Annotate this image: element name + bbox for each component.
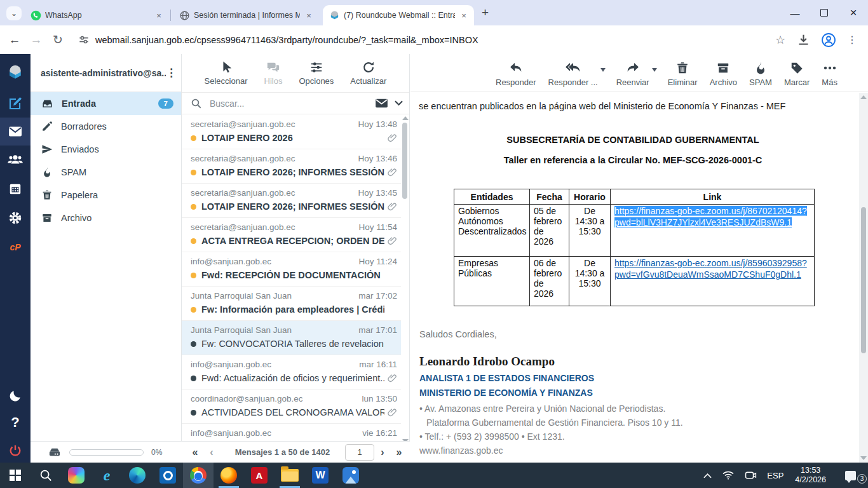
list-item[interactable]: secretaria@sanjuan.gob.ec Hoy 13:46 LOTA…: [182, 149, 401, 184]
logout-power-icon[interactable]: [0, 437, 31, 464]
scroll-up-icon[interactable]: [402, 116, 409, 120]
bookmark-star-icon[interactable]: ☆: [770, 29, 791, 51]
list-item[interactable]: secretaria@sanjuan.gob.ec Hoy 13:48 LOTA…: [182, 115, 401, 149]
list-item[interactable]: secretaria@sanjuan.gob.ec Hoy 13:45 LOTA…: [182, 184, 401, 218]
chrome-taskbar-icon[interactable]: [183, 463, 214, 488]
word-icon[interactable]: W: [305, 463, 336, 488]
tab-close-icon[interactable]: ×: [304, 10, 314, 20]
first-page-button[interactable]: «: [187, 447, 203, 458]
start-button[interactable]: [0, 463, 31, 488]
reply-all-dropdown-icon[interactable]: [600, 68, 606, 72]
language-indicator[interactable]: ESP: [762, 463, 789, 488]
new-tab-button[interactable]: +: [482, 6, 489, 20]
folder-label: Entrada: [62, 98, 158, 109]
folder-spam[interactable]: SPAM: [31, 161, 181, 184]
last-page-button[interactable]: »: [391, 447, 407, 458]
url-bar[interactable]: webmail.sanjuan.gob.ec/cpsess9964711463/…: [95, 35, 770, 45]
outlook-icon[interactable]: [153, 463, 183, 488]
notification-center-icon[interactable]: 3: [832, 463, 868, 488]
scroll-down-icon[interactable]: [860, 456, 867, 460]
list-item[interactable]: info@sanjuan.gob.ec mar 16:11 Fwd: Actua…: [182, 355, 401, 390]
message-date: Hoy 13:45: [358, 188, 397, 198]
more-button[interactable]: Más: [822, 60, 837, 87]
downloads-icon[interactable]: [797, 33, 810, 46]
edge-icon[interactable]: [122, 463, 153, 488]
back-button[interactable]: ←: [4, 29, 25, 51]
window-restore-button[interactable]: [810, 0, 839, 25]
firefox-icon[interactable]: [214, 463, 244, 488]
page-number-input[interactable]: [345, 444, 374, 461]
account-menu-icon[interactable]: ⋮: [166, 71, 175, 74]
clock[interactable]: 13:53 4/2/2026: [789, 466, 832, 485]
zoom-link-selected[interactable]: https://finanzas-gob-ec.zoom.us/j/867021…: [614, 206, 807, 227]
contacts-icon[interactable]: [0, 146, 31, 173]
compose-icon[interactable]: [0, 90, 31, 118]
forward-button[interactable]: →: [25, 29, 47, 51]
photos-icon[interactable]: [336, 463, 366, 488]
browser-menu-icon[interactable]: ⋮: [841, 29, 863, 51]
search-scope-mail-icon[interactable]: [375, 98, 388, 109]
list-item[interactable]: secretaria@sanjuan.gob.ec Hoy 11:54 ACTA…: [182, 218, 401, 252]
mail-nav-icon[interactable]: [0, 118, 31, 146]
mark-button[interactable]: Marcar: [784, 60, 810, 87]
site-info-icon[interactable]: [78, 34, 90, 46]
help-icon[interactable]: ?: [0, 409, 31, 437]
reply-all-button[interactable]: Responder ...: [548, 60, 598, 87]
profile-avatar-icon[interactable]: [821, 32, 836, 48]
account-header[interactable]: asistente-administrativo@sa... ⋮: [31, 54, 181, 92]
window-minimize-button[interactable]: —: [780, 0, 810, 25]
tab-sesion-terminada[interactable]: Sesión terminada | Informes Me ×: [173, 5, 319, 25]
reading-pane-scrollbar[interactable]: [859, 93, 868, 463]
tab-list-chevron-icon[interactable]: ⌄: [6, 6, 22, 20]
copilot-icon[interactable]: [61, 463, 92, 488]
folder-borradores[interactable]: Borradores: [31, 115, 181, 138]
calendar-icon[interactable]: [0, 175, 31, 203]
options-button[interactable]: Opciones: [299, 60, 334, 86]
delete-button[interactable]: Eliminar: [668, 60, 698, 87]
cpanel-icon[interactable]: cP: [0, 233, 31, 261]
acrobat-icon[interactable]: A: [244, 463, 275, 488]
list-item[interactable]: info@sanjuan.gob.ec Hoy 11:24 Fwd: RECEP…: [182, 252, 401, 287]
zoom-link[interactable]: https://finanzas-gob-ec.zoom.us/j/859603…: [614, 258, 807, 280]
taskbar-search-icon[interactable]: [31, 463, 61, 488]
folder-enviados[interactable]: Enviados: [31, 138, 181, 161]
next-page-button[interactable]: ›: [374, 447, 391, 458]
meet-now-camera-icon[interactable]: [740, 463, 762, 488]
reply-button[interactable]: Responder: [496, 60, 536, 87]
prev-page-button[interactable]: ‹: [203, 447, 220, 458]
file-explorer-icon[interactable]: [275, 463, 305, 488]
forward-button[interactable]: Reenviar: [616, 60, 649, 87]
settings-gear-icon[interactable]: [0, 204, 31, 232]
reload-button[interactable]: ↻: [47, 29, 69, 51]
threads-button[interactable]: Hilos: [264, 60, 283, 86]
spam-button[interactable]: SPAM: [749, 60, 772, 87]
folder-entrada[interactable]: Entrada 7: [31, 92, 181, 115]
window-close-button[interactable]: ×: [839, 0, 868, 25]
refresh-button[interactable]: Actualizar: [350, 60, 386, 86]
tab-close-icon[interactable]: ×: [154, 10, 164, 20]
tray-chevron-up-icon[interactable]: [698, 463, 717, 488]
internet-explorer-icon[interactable]: e: [92, 463, 122, 488]
forward-dropdown-icon[interactable]: [652, 68, 657, 72]
tab-whatsapp[interactable]: WhatsApp ×: [24, 5, 169, 25]
message-from: Junta Parroquial San Juan: [191, 291, 353, 301]
list-item[interactable]: Junta Parroquial San Juan mar 17:01 Fw: …: [182, 321, 401, 355]
search-options-chevron-icon[interactable]: [395, 100, 403, 106]
search-input[interactable]: [208, 98, 375, 109]
scroll-up-icon[interactable]: [860, 95, 867, 99]
windows-taskbar: e A W ESP 13:53 4/2/2026: [0, 463, 868, 488]
list-item[interactable]: Junta Parroquial San Juan mar 17:02 Fw: …: [182, 287, 401, 321]
roundcube-logo-icon[interactable]: [0, 59, 31, 87]
email-closing: Saludos Cordiales,: [419, 329, 855, 339]
select-button[interactable]: Seleccionar: [205, 60, 248, 86]
folder-archivo[interactable]: Archivo: [31, 207, 181, 229]
tab-roundcube-active[interactable]: (7) Roundcube Webmail :: Entra ×: [323, 5, 474, 25]
tab-close-icon[interactable]: ×: [459, 10, 469, 20]
message-list-scrollbar[interactable]: [402, 115, 408, 444]
folder-papelera[interactable]: Papelera: [31, 184, 181, 207]
wifi-icon[interactable]: [717, 463, 740, 488]
list-item[interactable]: coordinador@sanjuan.gob.ec lun 13:50 ACT…: [182, 390, 401, 424]
archive-button[interactable]: Archivo: [710, 60, 737, 87]
tray-time: 13:53: [795, 466, 826, 475]
dark-mode-moon-icon[interactable]: [0, 382, 31, 410]
